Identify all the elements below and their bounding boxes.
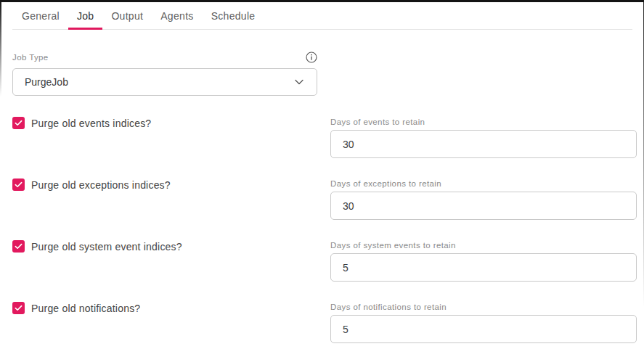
purge-exceptions-checkbox-group: Purge old exceptions indices? [12, 178, 330, 191]
tab-content-job: Job Type PurgeJob [0, 30, 644, 343]
days-exceptions-field: Days of exceptions to retain [330, 178, 637, 220]
purge-events-checkbox-group: Purge old events indices? [12, 117, 330, 129]
purge-events-checkbox[interactable] [12, 117, 25, 129]
job-type-selected-value: PurgeJob [25, 76, 68, 88]
info-icon[interactable] [306, 52, 317, 63]
days-events-field: Days of events to retain [330, 117, 637, 158]
checkmark-icon [15, 181, 23, 189]
tab-output[interactable]: Output [102, 7, 152, 30]
days-notifications-input[interactable] [330, 315, 637, 343]
days-notifications-label: Days of notifications to retain [330, 303, 637, 311]
job-settings-panel: General Job Output Agents Schedule Job T… [0, 0, 644, 357]
job-type-select[interactable]: PurgeJob [12, 68, 317, 96]
tab-general[interactable]: General [13, 7, 68, 30]
purge-notifications-checkbox[interactable] [12, 302, 25, 314]
days-events-input[interactable] [330, 130, 637, 158]
days-exceptions-input[interactable] [330, 192, 637, 220]
purge-system-events-checkbox[interactable] [12, 240, 25, 253]
job-type-label: Job Type [12, 53, 49, 62]
purge-notifications-row: Purge old notifications? Days of notific… [12, 302, 637, 343]
tab-job[interactable]: Job [68, 7, 102, 30]
purge-exceptions-row: Purge old exceptions indices? Days of ex… [12, 178, 637, 220]
purge-events-checkbox-label[interactable]: Purge old events indices? [31, 118, 151, 129]
purge-system-events-checkbox-group: Purge old system event indices? [12, 240, 330, 253]
tab-bar: General Job Output Agents Schedule [12, 2, 632, 30]
days-system-events-input[interactable] [330, 253, 637, 282]
tab-agents[interactable]: Agents [152, 7, 202, 30]
days-system-events-label: Days of system events to retain [330, 241, 637, 250]
checkmark-icon [15, 304, 23, 312]
purge-notifications-checkbox-group: Purge old notifications? [12, 302, 330, 314]
days-system-events-field: Days of system events to retain [330, 240, 637, 282]
purge-exceptions-checkbox-label[interactable]: Purge old exceptions indices? [31, 179, 171, 191]
purge-exceptions-checkbox[interactable] [12, 178, 25, 191]
tab-schedule[interactable]: Schedule [203, 7, 264, 30]
purge-system-events-row: Purge old system event indices? Days of … [12, 240, 637, 282]
chevron-down-icon [293, 76, 305, 88]
job-type-header: Job Type [12, 52, 317, 63]
purge-notifications-checkbox-label[interactable]: Purge old notifications? [31, 303, 140, 314]
checkmark-icon [15, 119, 23, 127]
days-events-label: Days of events to retain [330, 118, 637, 126]
purge-system-events-checkbox-label[interactable]: Purge old system event indices? [31, 241, 182, 253]
days-exceptions-label: Days of exceptions to retain [330, 179, 637, 188]
purge-events-row: Purge old events indices? Days of events… [12, 117, 637, 158]
job-type-field: Job Type PurgeJob [12, 52, 317, 96]
days-notifications-field: Days of notifications to retain [330, 302, 637, 343]
purge-options-list: Purge old events indices? Days of events… [12, 117, 637, 343]
checkmark-icon [15, 242, 23, 250]
